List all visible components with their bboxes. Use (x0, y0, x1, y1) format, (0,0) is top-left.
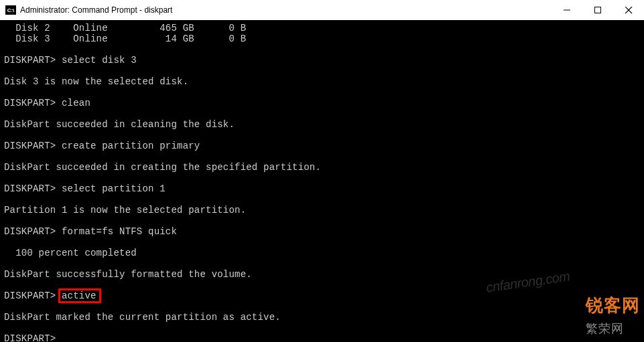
blank-line (4, 66, 640, 76)
blank-line (4, 216, 640, 226)
prompt-line: DISKPART> active (4, 290, 640, 301)
blank-line (4, 173, 640, 183)
window-controls (552, 0, 644, 20)
titlebar[interactable]: C:\ Administrator: Command Prompt - disk… (0, 0, 644, 20)
svg-rect-1 (595, 7, 601, 13)
output-line: DiskPart succeeded in cleaning the disk. (4, 119, 640, 130)
watermark-brand: 锐客网 繁荣网 (586, 294, 640, 338)
output-line: DiskPart succeeded in creating the speci… (4, 162, 640, 173)
disk-list-row: Disk 2 Online 465 GB 0 B (4, 23, 640, 33)
output-line: 100 percent completed (4, 248, 640, 258)
prompt-line: DISKPART> (4, 333, 640, 342)
minimize-button[interactable] (552, 0, 582, 20)
window-title: Administrator: Command Prompt - diskpart (20, 5, 172, 15)
blank-line (4, 151, 640, 162)
maximize-button[interactable] (582, 0, 613, 20)
blank-line (4, 258, 640, 269)
prompt-line: DISKPART> clean (4, 98, 640, 108)
cmd-icon: C:\ (5, 5, 16, 15)
terminal-output[interactable]: Disk 2 Online 465 GB 0 B Disk 3 Online 1… (0, 20, 644, 342)
close-button[interactable] (613, 0, 644, 20)
blank-line (4, 301, 640, 312)
prompt-line: DISKPART> select partition 1 (4, 183, 640, 194)
blank-line (4, 87, 640, 98)
blank-line (4, 194, 640, 205)
output-line: Partition 1 is now the selected partitio… (4, 205, 640, 216)
blank-line (4, 130, 640, 141)
blank-line (4, 237, 640, 248)
disk-list-row: Disk 3 Online 14 GB 0 B (4, 33, 640, 44)
prompt-line: DISKPART> select disk 3 (4, 55, 640, 66)
prompt-line: DISKPART> create partition primary (4, 141, 640, 151)
blank-line (4, 44, 640, 55)
blank-line (4, 323, 640, 333)
blank-line (4, 108, 640, 119)
prompt-line: DISKPART> format=fs NTFS quick (4, 226, 640, 237)
output-line: Disk 3 is now the selected disk. (4, 76, 640, 87)
output-line: DiskPart marked the current partition as… (4, 312, 640, 323)
